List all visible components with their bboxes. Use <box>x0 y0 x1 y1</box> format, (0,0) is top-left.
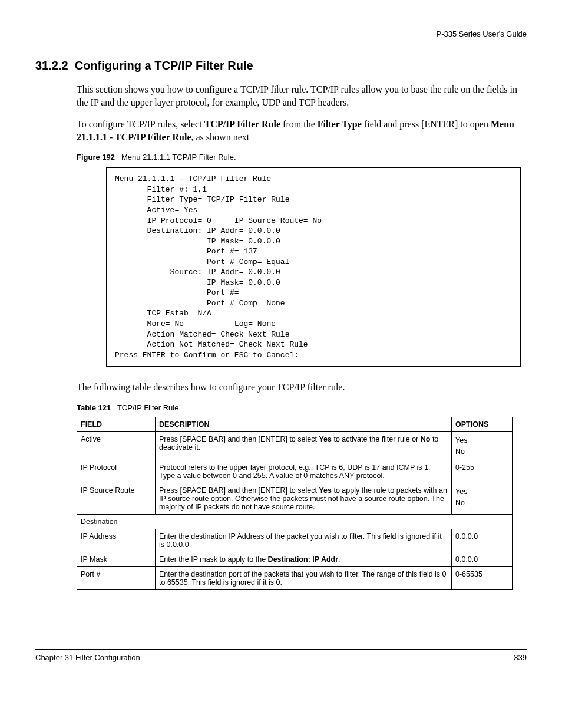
footer-right: 339 <box>514 653 527 662</box>
opt-line: Yes <box>455 436 467 444</box>
footer-left: Chapter 31 Filter Configuration <box>35 653 140 662</box>
section-heading: 31.2.2 Configuring a TCP/IP Filter Rule <box>35 59 527 73</box>
opt-line: No <box>455 499 465 507</box>
table-row: IP Protocol Protocol refers to the upper… <box>77 460 513 483</box>
desc-text: Press [SPACE BAR] and then [ENTER] to se… <box>159 486 319 495</box>
cell-desc: Protocol refers to the upper layer proto… <box>156 460 452 483</box>
table-row: IP Mask Enter the IP mask to apply to th… <box>77 552 513 567</box>
cell-field: Active <box>77 431 156 460</box>
cell-desc: Enter the IP mask to apply to the Destin… <box>156 552 452 567</box>
cell-desc: Enter the destination IP Address of the … <box>156 529 452 552</box>
guide-title: P-335 Series User's Guide <box>437 29 527 38</box>
cell-desc: Press [SPACE BAR] and then [ENTER] to se… <box>156 431 452 460</box>
cell-opts: 0-65535 <box>452 567 513 590</box>
cell-desc: Press [SPACE BAR] and then [ENTER] to se… <box>156 483 452 515</box>
table-row: IP Address Enter the destination IP Addr… <box>77 529 513 552</box>
section-cell: Destination <box>77 515 513 529</box>
cell-field: Port # <box>77 567 156 590</box>
th-field: FIELD <box>77 417 156 431</box>
cell-field: IP Address <box>77 529 156 552</box>
page-footer: Chapter 31 Filter Configuration 339 <box>35 649 527 662</box>
p2-bold-2: Filter Type <box>318 119 362 129</box>
figure-label: Figure 192 <box>77 153 115 162</box>
desc-bold: Destination: IP Addr <box>268 555 338 564</box>
table-title: TCP/IP Filter Rule <box>117 403 179 412</box>
cell-opts: 0-255 <box>452 460 513 483</box>
desc-text: Press [SPACE BAR] and then [ENTER] to se… <box>159 435 319 443</box>
cell-opts: Yes No <box>452 431 513 460</box>
section-title: Configuring a TCP/IP Filter Rule <box>75 59 253 72</box>
cell-opts: 0.0.0.0 <box>452 529 513 552</box>
cell-opts: Yes No <box>452 483 513 515</box>
cell-field: IP Mask <box>77 552 156 567</box>
table-caption: Table 121 TCP/IP Filter Rule <box>77 403 527 412</box>
table-row: Active Press [SPACE BAR] and then [ENTER… <box>77 431 513 460</box>
desc-bold: Yes <box>319 435 332 443</box>
cell-field: IP Source Route <box>77 483 156 515</box>
p2-text: from the <box>280 119 318 129</box>
opt-line: No <box>455 447 465 456</box>
table-row: Port # Enter the destination port of the… <box>77 567 513 590</box>
p2-text: , as shown next <box>191 132 250 142</box>
p2-text: To configure TCP/IP rules, select <box>77 119 204 129</box>
table-section-row: Destination <box>77 515 513 529</box>
p2-text: field and press [ENTER] to open <box>362 119 491 129</box>
th-opts: OPTIONS <box>452 417 513 431</box>
paragraph-1: This section shows you how to configure … <box>35 83 527 108</box>
cell-opts: 0.0.0.0 <box>452 552 513 567</box>
p2-bold-1: TCP/IP Filter Rule <box>204 119 280 129</box>
figure-caption: Figure 192 Menu 21.1.1.1 TCP/IP Filter R… <box>77 153 527 162</box>
desc-text: to activate the filter rule or <box>332 435 421 443</box>
desc-bold: Yes <box>319 486 332 495</box>
paragraph-3: The following table describes how to con… <box>35 381 527 394</box>
opt-line: Yes <box>455 487 467 496</box>
paragraph-2: To configure TCP/IP rules, select TCP/IP… <box>35 118 527 143</box>
desc-text: . <box>338 555 340 564</box>
page-header: P-335 Series User's Guide <box>35 29 527 42</box>
desc-text: Enter the IP mask to apply to the <box>159 555 268 564</box>
th-desc: DESCRIPTION <box>156 417 452 431</box>
desc-bold: No <box>421 435 431 443</box>
figure-title: Menu 21.1.1.1 TCP/IP Filter Rule. <box>121 153 236 162</box>
menu-screenshot: Menu 21.1.1.1 - TCP/IP Filter Rule Filte… <box>106 167 521 367</box>
table-row: IP Source Route Press [SPACE BAR] and th… <box>77 483 513 515</box>
filter-rule-table: FIELD DESCRIPTION OPTIONS Active Press [… <box>77 417 513 591</box>
section-number: 31.2.2 <box>35 59 68 72</box>
cell-field: IP Protocol <box>77 460 156 483</box>
table-label: Table 121 <box>77 403 111 412</box>
cell-desc: Enter the destination port of the packet… <box>156 567 452 590</box>
table-header-row: FIELD DESCRIPTION OPTIONS <box>77 417 513 431</box>
